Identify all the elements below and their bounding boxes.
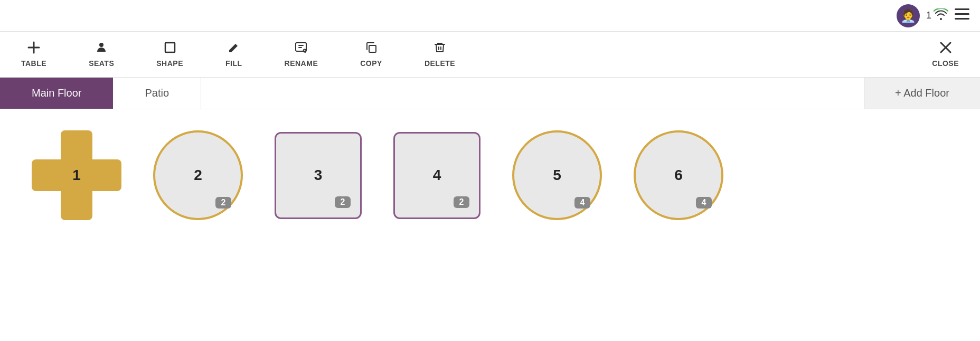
floor-tab-main[interactable]: Main Floor — [0, 78, 113, 109]
toolbar-close-label: CLOSE — [932, 59, 959, 68]
svg-point-5 — [99, 43, 103, 47]
avatar[interactable]: 🧑‍💼 — [897, 4, 920, 27]
toolbar: TABLE SEATS SHAPE FILL — [0, 32, 980, 78]
hamburger-menu-icon[interactable] — [955, 8, 969, 23]
add-floor-button[interactable]: + Add Floor — [864, 78, 980, 109]
toolbar-shape-label: SHAPE — [156, 59, 183, 68]
cross-corner-tl — [32, 130, 61, 159]
svg-rect-9 — [369, 45, 376, 52]
seat-badge-3: 2 — [335, 196, 351, 208]
tables-area: 1 2 2 3 2 4 2 5 4 6 4 — [0, 109, 980, 241]
toolbar-copy[interactable]: COPY — [339, 37, 403, 72]
toolbar-seats-label: SEATS — [89, 59, 114, 68]
table-number-4: 4 — [433, 167, 441, 184]
top-bar: 🧑‍💼 1 — [0, 0, 980, 32]
seat-badge-4: 2 — [454, 196, 469, 208]
table-square-3: 3 2 — [275, 132, 362, 219]
svg-rect-0 — [955, 8, 969, 10]
copy-icon — [365, 41, 378, 57]
trash-icon — [434, 41, 446, 57]
table-circle-6: 6 4 — [634, 130, 723, 220]
wifi-icon — [934, 8, 948, 23]
toolbar-fill[interactable]: FILL — [204, 37, 263, 72]
table-item-6[interactable]: 6 4 — [634, 130, 723, 220]
table-cross-inner: 1 — [32, 130, 121, 220]
table-circle-2: 2 2 — [153, 130, 243, 220]
floor-tab-patio[interactable]: Patio — [113, 78, 201, 109]
toolbar-delete[interactable]: DELETE — [403, 37, 476, 72]
floor-tabs-spacer — [201, 78, 864, 109]
rename-icon — [295, 41, 307, 57]
table-number-3: 3 — [314, 167, 323, 184]
toolbar-shape[interactable]: SHAPE — [135, 37, 204, 72]
floor-tab-main-label: Main Floor — [32, 87, 81, 99]
plus-icon — [27, 41, 40, 57]
table-item-1[interactable]: 1 — [32, 130, 121, 220]
person-icon — [95, 41, 108, 57]
add-floor-label: + Add Floor — [895, 87, 949, 99]
table-number-1: 1 — [72, 167, 81, 184]
seat-badge-6: 4 — [696, 197, 712, 209]
toolbar-table-label: TABLE — [21, 59, 46, 68]
toolbar-seats[interactable]: SEATS — [68, 37, 135, 72]
cross-corner-tr — [92, 130, 121, 159]
cross-corner-br — [92, 191, 121, 220]
shape-icon — [164, 41, 176, 57]
fill-icon — [228, 41, 240, 57]
toolbar-fill-label: FILL — [225, 59, 242, 68]
table-item-3[interactable]: 3 2 — [275, 132, 362, 219]
avatar-emoji: 🧑‍💼 — [900, 8, 916, 23]
table-item-4[interactable]: 4 2 — [393, 132, 480, 219]
table-circle-5: 5 4 — [512, 130, 602, 220]
toolbar-table[interactable]: TABLE — [0, 37, 68, 72]
toolbar-rename[interactable]: RENAME — [263, 37, 340, 72]
table-number-2: 2 — [194, 167, 202, 184]
svg-rect-6 — [165, 43, 175, 52]
close-icon — [939, 41, 952, 57]
svg-rect-2 — [955, 18, 969, 20]
floor-tab-patio-label: Patio — [145, 87, 169, 99]
table-item-5[interactable]: 5 4 — [512, 130, 602, 220]
toolbar-copy-label: COPY — [360, 59, 382, 68]
toolbar-rename-label: RENAME — [285, 59, 318, 68]
toolbar-close[interactable]: CLOSE — [911, 37, 980, 72]
wifi-badge: 1 — [926, 8, 948, 23]
svg-rect-1 — [955, 13, 969, 15]
cross-corner-bl — [32, 191, 61, 220]
top-bar-right: 🧑‍💼 1 — [897, 4, 969, 27]
table-number-6: 6 — [674, 167, 683, 184]
wifi-count: 1 — [926, 10, 931, 21]
seat-badge-2: 2 — [215, 197, 231, 209]
seat-badge-5: 4 — [574, 197, 590, 209]
table-cross-shape: 1 — [32, 130, 121, 220]
table-number-5: 5 — [553, 167, 561, 184]
table-square-4: 4 2 — [393, 132, 480, 219]
toolbar-delete-label: DELETE — [425, 59, 455, 68]
table-item-2[interactable]: 2 2 — [153, 130, 243, 220]
floor-tabs: Main Floor Patio + Add Floor — [0, 78, 980, 109]
